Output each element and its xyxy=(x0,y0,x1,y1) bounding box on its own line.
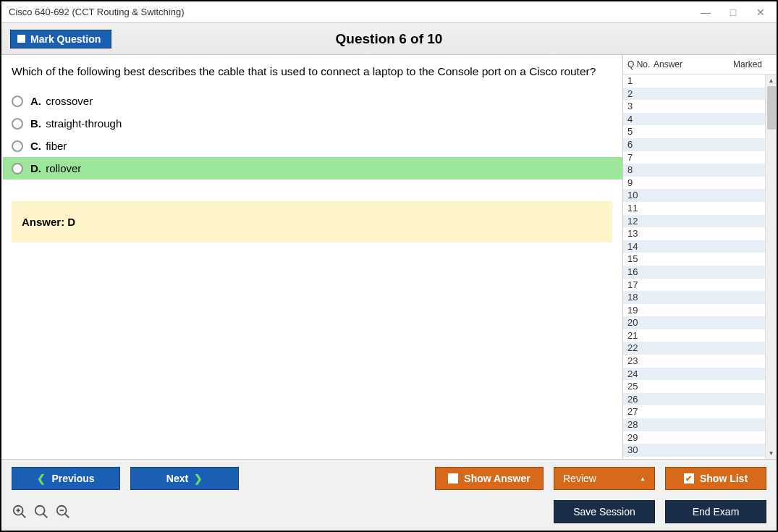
answer-cell xyxy=(654,227,709,240)
list-item[interactable]: 13 xyxy=(623,227,765,240)
list-item[interactable]: 11 xyxy=(623,202,765,215)
footer: ❮ Previous Next ❯ Show Answer Review ▲ ✔… xyxy=(1,459,777,531)
list-item[interactable]: 30 xyxy=(623,444,765,457)
footer-row-main: ❮ Previous Next ❯ Show Answer Review ▲ ✔… xyxy=(12,460,766,497)
scrollbar[interactable]: ▴ ▾ xyxy=(765,75,777,459)
marked-cell xyxy=(709,100,765,113)
save-session-button[interactable]: Save Session xyxy=(554,500,655,523)
list-item[interactable]: 29 xyxy=(623,431,765,444)
list-item[interactable]: 4 xyxy=(623,113,765,126)
scroll-thumb[interactable] xyxy=(767,86,776,130)
list-item[interactable]: 28 xyxy=(623,418,765,431)
marked-cell xyxy=(709,189,765,202)
option-row[interactable]: B. straight-through xyxy=(3,112,622,135)
question-list-header: Q No. Answer Marked xyxy=(623,55,777,75)
list-item[interactable]: 6 xyxy=(623,138,765,151)
question-list[interactable]: 1234567891011121314151617181920212223242… xyxy=(623,75,765,459)
close-icon[interactable]: ✕ xyxy=(753,7,768,18)
radio-icon[interactable] xyxy=(12,163,23,174)
qno-cell: 26 xyxy=(627,393,654,406)
maximize-icon[interactable]: □ xyxy=(726,7,740,18)
show-answer-button[interactable]: Show Answer xyxy=(435,467,544,490)
end-exam-label: End Exam xyxy=(693,506,740,518)
next-button[interactable]: Next ❯ xyxy=(130,467,239,490)
list-item[interactable]: 23 xyxy=(623,355,765,368)
list-item[interactable]: 14 xyxy=(623,240,765,253)
list-item[interactable]: 10 xyxy=(623,189,765,202)
list-item[interactable]: 24 xyxy=(623,368,765,381)
chevron-left-icon: ❮ xyxy=(37,473,46,484)
qno-cell: 20 xyxy=(627,316,654,329)
qno-cell: 24 xyxy=(627,368,654,381)
marked-cell xyxy=(709,227,765,240)
marked-cell xyxy=(709,316,765,329)
qno-cell: 15 xyxy=(627,253,654,266)
radio-icon[interactable] xyxy=(12,140,23,152)
previous-button[interactable]: ❮ Previous xyxy=(12,467,120,490)
radio-icon[interactable] xyxy=(12,96,23,107)
list-item[interactable]: 25 xyxy=(623,380,765,393)
scroll-down-icon[interactable]: ▾ xyxy=(766,447,777,459)
marked-cell xyxy=(709,291,765,304)
scroll-up-icon[interactable]: ▴ xyxy=(766,75,777,86)
footer-row-secondary: Save Session End Exam xyxy=(12,497,766,531)
list-item[interactable]: 2 xyxy=(623,88,765,101)
qno-cell: 2 xyxy=(627,88,654,101)
header-marked: Marked xyxy=(710,59,766,69)
list-item[interactable]: 3 xyxy=(623,100,765,113)
answer-cell xyxy=(654,164,709,177)
zoom-in-icon[interactable] xyxy=(12,504,28,520)
list-item[interactable]: 20 xyxy=(623,316,765,329)
answer-cell xyxy=(654,431,709,444)
zoom-icon[interactable] xyxy=(33,504,49,520)
marked-cell xyxy=(709,240,765,253)
list-item[interactable]: 1 xyxy=(623,75,765,88)
list-item[interactable]: 18 xyxy=(623,291,765,304)
list-item[interactable]: 5 xyxy=(623,125,765,138)
qno-cell: 1 xyxy=(627,75,654,88)
qno-cell: 13 xyxy=(627,227,654,240)
zoom-out-icon[interactable] xyxy=(55,504,71,520)
review-button[interactable]: Review ▲ xyxy=(554,467,655,490)
review-label: Review xyxy=(563,473,596,484)
qno-cell: 14 xyxy=(627,240,654,253)
checkbox-icon xyxy=(448,473,458,484)
answer-cell xyxy=(654,380,709,393)
answer-cell xyxy=(654,291,709,304)
option-row[interactable]: D. rollover xyxy=(3,157,622,180)
marked-cell xyxy=(709,138,765,151)
mark-question-button[interactable]: Mark Question xyxy=(10,30,111,48)
option-label: C. fiber xyxy=(30,138,67,153)
list-item[interactable]: 9 xyxy=(623,177,765,190)
marked-cell xyxy=(709,151,765,164)
marked-cell xyxy=(709,253,765,266)
list-item[interactable]: 21 xyxy=(623,329,765,342)
qno-cell: 21 xyxy=(627,329,654,342)
list-item[interactable]: 22 xyxy=(623,342,765,355)
option-row[interactable]: C. fiber xyxy=(3,135,622,157)
triangle-up-icon: ▲ xyxy=(640,476,646,482)
list-item[interactable]: 8 xyxy=(623,164,765,177)
marked-cell xyxy=(709,329,765,342)
list-item[interactable]: 19 xyxy=(623,304,765,317)
marked-cell xyxy=(709,405,765,418)
list-item[interactable]: 15 xyxy=(623,253,765,266)
qno-cell: 3 xyxy=(627,100,654,113)
marked-cell xyxy=(709,368,765,381)
show-list-button[interactable]: ✔ Show List xyxy=(665,467,766,490)
minimize-icon[interactable]: — xyxy=(698,7,713,18)
marked-cell xyxy=(709,202,765,215)
list-item[interactable]: 27 xyxy=(623,405,765,418)
list-item[interactable]: 12 xyxy=(623,215,765,228)
radio-icon[interactable] xyxy=(12,118,23,130)
end-exam-button[interactable]: End Exam xyxy=(665,500,766,523)
list-item[interactable]: 26 xyxy=(623,393,765,406)
qno-cell: 30 xyxy=(627,444,654,457)
window-controls: — □ ✕ xyxy=(698,7,772,18)
option-row[interactable]: A. crossover xyxy=(3,90,622,112)
list-item[interactable]: 7 xyxy=(623,151,765,164)
list-item[interactable]: 17 xyxy=(623,279,765,292)
list-item[interactable]: 16 xyxy=(623,266,765,279)
qno-cell: 5 xyxy=(627,125,654,138)
option-label: A. crossover xyxy=(30,93,93,109)
